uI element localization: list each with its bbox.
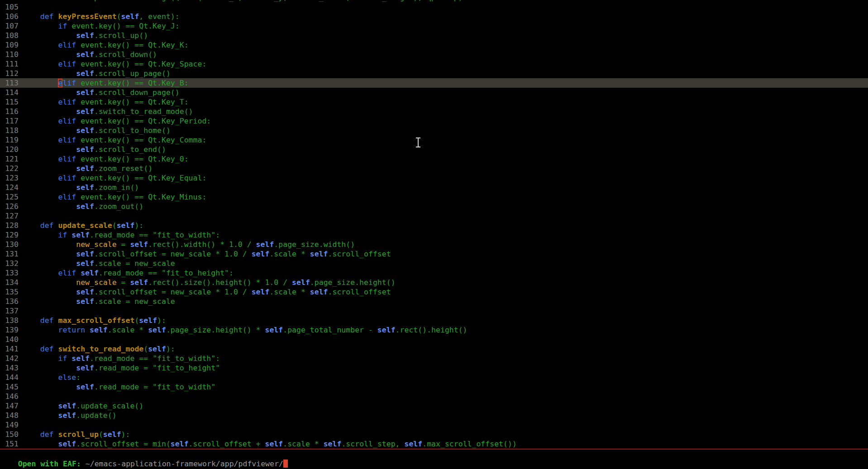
code-token	[22, 383, 76, 391]
code-line[interactable]: 140	[0, 335, 868, 344]
minibuffer[interactable]: Open with EAF: ~/emacs-application-frame…	[0, 450, 868, 459]
code-token: self	[130, 240, 148, 249]
code-line[interactable]: 132 self.scale = new_scale	[0, 259, 868, 268]
code-line[interactable]: 111 elif event.key() == Qt.Key_Space:	[0, 59, 868, 69]
code-line[interactable]: 146	[0, 392, 868, 401]
line-number: 122	[0, 164, 22, 173]
code-line[interactable]: 120 self.scroll_to_end()	[0, 145, 868, 154]
code-line[interactable]: 142 if self.read_mode == "fit_to_width":	[0, 354, 868, 363]
code-token: self	[117, 221, 135, 230]
code-line[interactable]: 131 self.scroll_offset = new_scale * 1.0…	[0, 249, 868, 259]
code-token: event.key() == Qt.Key_T:	[76, 98, 188, 106]
line-number: 124	[0, 183, 22, 192]
code-token	[22, 145, 76, 154]
code-token: ):	[157, 316, 166, 325]
line-number: 120	[0, 145, 22, 154]
code-token: event.key() == Qt.Key_0:	[76, 155, 188, 163]
code-token: .read_mode ==	[99, 269, 162, 277]
code-line[interactable]: 133 elif self.read_mode == "fit_to_heigh…	[0, 268, 868, 278]
code-line[interactable]: 124 self.zoom_in()	[0, 183, 868, 192]
code-line[interactable]: 149	[0, 420, 868, 430]
line-number: 139	[0, 325, 22, 335]
code-line[interactable]: 147 self.update_scale()	[0, 401, 868, 411]
code-line[interactable]: 151 self.scroll_offset = min(self.scroll…	[0, 439, 868, 449]
code-line[interactable]: 145 self.read_mode = "fit_to_width"	[0, 382, 868, 392]
code-token: def	[40, 221, 54, 230]
code-token	[54, 221, 58, 230]
emacs-window: painter.drawImage(QRect(render_x, render…	[0, 0, 868, 469]
code-line[interactable]: 122 self.zoom_reset()	[0, 164, 868, 173]
code-line[interactable]: 127	[0, 211, 868, 221]
code-line[interactable]: 108 self.scroll_up()	[0, 31, 868, 40]
line-number: 150	[0, 430, 22, 439]
minibuffer-input[interactable]: ~/emacs-application-framework/app/pdfvie…	[86, 460, 283, 468]
code-token	[22, 117, 58, 125]
code-token: self	[171, 440, 189, 448]
code-buffer[interactable]: painter.drawImage(QRect(render_x, render…	[0, 0, 868, 449]
text-cursor	[283, 460, 288, 468]
code-token: self	[76, 297, 94, 306]
code-token: elif	[58, 136, 76, 144]
code-line[interactable]: 139 return self.scale * self.page_size.h…	[0, 325, 868, 335]
code-line[interactable]: 121 elif event.key() == Qt.Key_0:	[0, 154, 868, 164]
code-line[interactable]: 135 self.scroll_offset = new_scale * 1.0…	[0, 287, 868, 297]
code-token	[67, 231, 72, 239]
code-token	[22, 278, 76, 287]
line-number: 141	[0, 344, 22, 354]
code-line[interactable]: 114 self.scroll_down_page()	[0, 88, 868, 97]
code-token	[22, 41, 58, 49]
code-line[interactable]: 137	[0, 306, 868, 316]
code-line[interactable]: 105	[0, 2, 868, 12]
code-token: max_scroll_offset	[58, 316, 135, 325]
code-token: elif	[58, 174, 76, 182]
line-number: 117	[0, 116, 22, 126]
code-line[interactable]: 136 self.scale = new_scale	[0, 297, 868, 306]
code-line[interactable]: 128 def update_scale(self):	[0, 221, 868, 230]
line-number: 107	[0, 21, 22, 31]
code-token	[22, 22, 58, 30]
code-token: def	[40, 430, 54, 439]
code-line[interactable]: 118 self.scroll_to_home()	[0, 126, 868, 135]
code-line[interactable]: 109 elif event.key() == Qt.Key_K:	[0, 40, 868, 50]
code-line[interactable]: 106 def keyPressEvent(self, event):	[0, 12, 868, 21]
code-token	[22, 326, 58, 334]
code-line[interactable]: 116 self.switch_to_read_mode()	[0, 107, 868, 116]
code-line[interactable]: 115 elif event.key() == Qt.Key_T:	[0, 97, 868, 107]
code-line[interactable]: 113 elif event.key() == Qt.Key_B:	[0, 78, 868, 88]
code-token	[22, 107, 76, 116]
code-line[interactable]: 150 def scroll_up(self):	[0, 430, 868, 439]
line-number: 137	[0, 306, 22, 316]
code-token: .scroll_to_home()	[94, 126, 171, 135]
code-token: .scale *	[108, 326, 148, 334]
code-line[interactable]: 138 def max_scroll_offset(self):	[0, 316, 868, 325]
code-line[interactable]: 123 elif event.key() == Qt.Key_Equal:	[0, 173, 868, 183]
code-line[interactable]: 130 new_scale = self.rect().width() * 1.…	[0, 240, 868, 249]
code-token: self	[139, 316, 157, 325]
code-token	[22, 250, 76, 258]
code-line[interactable]: 143 self.read_mode = "fit_to_height"	[0, 363, 868, 373]
code-line[interactable]: 129 if self.read_mode == "fit_to_width":	[0, 230, 868, 240]
code-token	[22, 364, 76, 372]
code-line[interactable]: 134 new_scale = self.rect().size().heigh…	[0, 278, 868, 287]
code-token	[22, 259, 76, 268]
code-token	[22, 373, 58, 382]
code-token: .scroll_offset	[328, 288, 391, 296]
line-number: 112	[0, 69, 22, 78]
code-line[interactable]: 141 def switch_to_read_mode(self):	[0, 344, 868, 354]
code-line[interactable]: 112 self.scroll_up_page()	[0, 69, 868, 78]
code-token: new_scale	[76, 278, 116, 287]
code-token	[22, 202, 76, 211]
code-token: event.key() == Qt.Key_B:	[76, 79, 188, 87]
code-line[interactable]: 126 self.zoom_out()	[0, 202, 868, 211]
code-line[interactable]: 117 elif event.key() == Qt.Key_Period:	[0, 116, 868, 126]
code-line[interactable]: 119 elif event.key() == Qt.Key_Comma:	[0, 135, 868, 145]
code-line[interactable]: 148 self.update()	[0, 411, 868, 420]
line-number: 110	[0, 50, 22, 59]
code-line[interactable]: 110 self.scroll_down()	[0, 50, 868, 59]
code-token	[22, 69, 76, 78]
code-line[interactable]: 144 else:	[0, 373, 868, 382]
code-line[interactable]: 125 elif event.key() == Qt.Key_Minus:	[0, 192, 868, 202]
code-line[interactable]: 107 if event.key() == Qt.Key_J:	[0, 21, 868, 31]
code-token: (	[117, 12, 121, 21]
line-number: 114	[0, 88, 22, 97]
